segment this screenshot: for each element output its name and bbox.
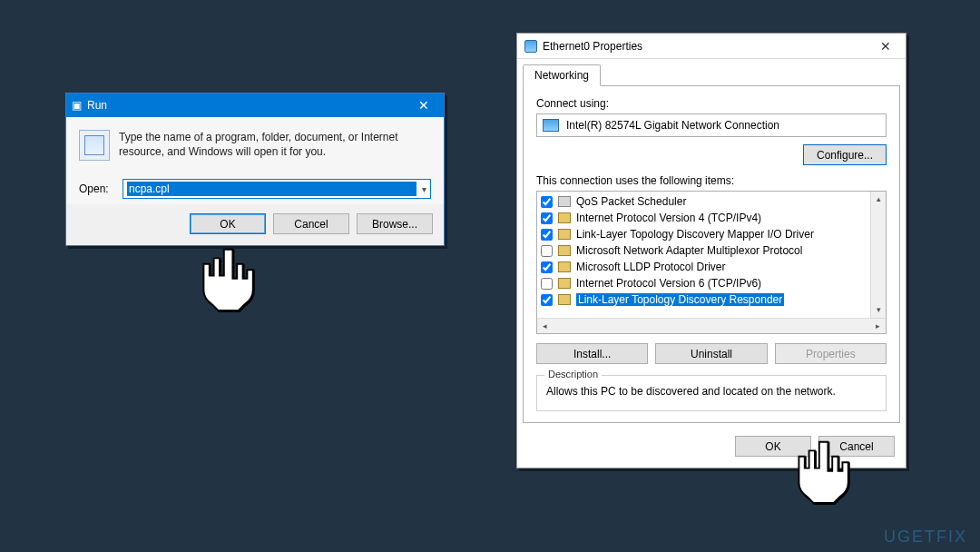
run-dialog: ▣ Run ✕ Type the name of a program, fold…: [65, 93, 445, 246]
scroll-up-icon[interactable]: ▴: [871, 192, 886, 207]
cancel-button[interactable]: Cancel: [818, 436, 895, 457]
run-titlebar[interactable]: ▣ Run ✕: [66, 94, 444, 117]
chevron-down-icon[interactable]: ▾: [416, 184, 426, 194]
item-label: Microsoft Network Adapter Multiplexor Pr…: [576, 244, 802, 257]
item-checkbox[interactable]: [541, 294, 553, 306]
horizontal-scrollbar[interactable]: ◂ ▸: [537, 318, 886, 333]
item-checkbox[interactable]: [541, 261, 553, 273]
protocol-icon: [558, 278, 571, 289]
run-title-text: Run: [87, 99, 409, 112]
properties-button: Properties: [775, 343, 887, 364]
install-button[interactable]: Install...: [536, 343, 648, 364]
list-item[interactable]: Internet Protocol Version 6 (TCP/IPv6): [537, 275, 870, 291]
ok-button[interactable]: OK: [190, 213, 266, 234]
item-label: Internet Protocol Version 4 (TCP/IPv4): [576, 212, 761, 224]
description-legend: Description: [544, 369, 602, 380]
nic-icon: [524, 40, 537, 53]
run-icon: ▣: [72, 99, 82, 112]
run-info-text: Type the name of a program, folder, docu…: [119, 130, 431, 161]
configure-button[interactable]: Configure...: [803, 144, 887, 165]
protocol-icon: [558, 261, 571, 272]
protocol-icon: [558, 212, 571, 223]
ok-button[interactable]: OK: [735, 436, 811, 457]
item-checkbox[interactable]: [541, 212, 553, 224]
list-item[interactable]: QoS Packet Scheduler: [537, 193, 870, 210]
properties-dialog: Ethernet0 Properties ✕ Networking Connec…: [516, 33, 906, 468]
item-label: Link-Layer Topology Discovery Responder: [576, 293, 784, 306]
protocol-icon: [558, 245, 571, 256]
uninstall-button[interactable]: Uninstall: [655, 343, 767, 364]
open-input[interactable]: [127, 182, 416, 196]
components-listbox[interactable]: QoS Packet SchedulerInternet Protocol Ve…: [536, 191, 887, 334]
nic-icon: [543, 119, 559, 132]
protocol-icon: [558, 229, 571, 240]
tab-networking[interactable]: Networking: [523, 64, 601, 86]
pointer-cursor-icon: [198, 245, 256, 318]
component-icon: [558, 196, 571, 207]
list-item[interactable]: Link-Layer Topology Discovery Mapper I/O…: [537, 226, 870, 242]
adapter-box: Intel(R) 82574L Gigabit Network Connecti…: [536, 113, 887, 137]
description-group: Description Allows this PC to be discove…: [536, 375, 887, 411]
list-item[interactable]: Microsoft Network Adapter Multiplexor Pr…: [537, 242, 870, 259]
cancel-button[interactable]: Cancel: [273, 213, 349, 234]
scroll-right-icon[interactable]: ▸: [870, 319, 886, 333]
vertical-scrollbar[interactable]: ▴ ▾: [870, 192, 886, 318]
adapter-name: Intel(R) 82574L Gigabit Network Connecti…: [566, 119, 779, 132]
scroll-down-icon[interactable]: ▾: [871, 302, 886, 318]
scroll-left-icon[interactable]: ◂: [537, 319, 553, 333]
list-item[interactable]: Microsoft LLDP Protocol Driver: [537, 259, 870, 275]
description-text: Allows this PC to be discovered and loca…: [546, 385, 836, 398]
item-label: Microsoft LLDP Protocol Driver: [576, 261, 726, 273]
close-icon[interactable]: ✕: [409, 98, 438, 113]
item-checkbox[interactable]: [541, 229, 553, 241]
protocol-icon: [558, 294, 571, 305]
item-checkbox[interactable]: [541, 278, 553, 290]
list-item[interactable]: Link-Layer Topology Discovery Responder: [537, 291, 870, 308]
watermark: UGETFIX: [884, 527, 967, 547]
list-item[interactable]: Internet Protocol Version 4 (TCP/IPv4): [537, 210, 870, 226]
item-checkbox[interactable]: [541, 245, 553, 257]
item-label: Link-Layer Topology Discovery Mapper I/O…: [576, 228, 814, 241]
connect-using-label: Connect using:: [536, 97, 887, 110]
item-label: Internet Protocol Version 6 (TCP/IPv6): [576, 277, 761, 290]
close-icon[interactable]: ✕: [873, 39, 898, 54]
open-combobox[interactable]: ▾: [122, 179, 431, 199]
browse-button[interactable]: Browse...: [357, 213, 433, 234]
run-app-icon: [79, 130, 110, 161]
properties-titlebar[interactable]: Ethernet0 Properties ✕: [517, 34, 906, 59]
item-checkbox[interactable]: [541, 196, 553, 208]
properties-title-text: Ethernet0 Properties: [543, 40, 873, 53]
uses-label: This connection uses the following items…: [536, 174, 887, 187]
open-label: Open:: [79, 182, 122, 195]
item-label: QoS Packet Scheduler: [576, 195, 686, 208]
